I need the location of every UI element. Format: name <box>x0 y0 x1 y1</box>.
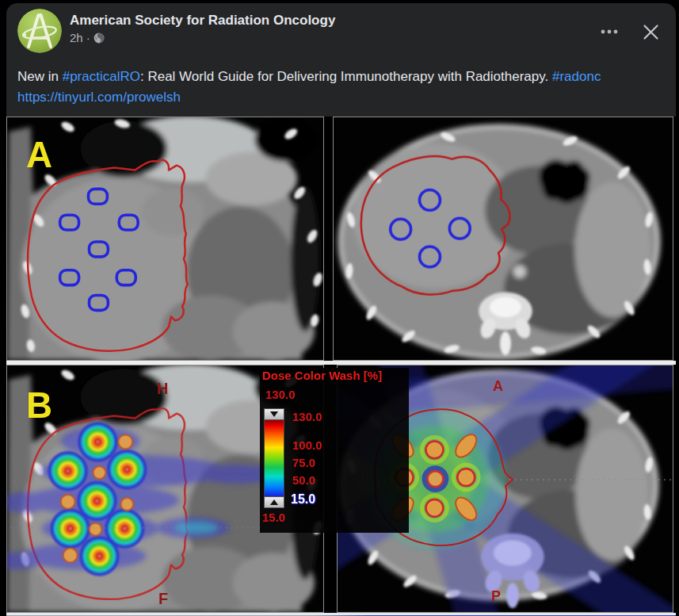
orientation-head: H <box>157 380 168 397</box>
post-link-url[interactable]: https://tinyurl.com/prowelsh <box>17 87 663 108</box>
panel-b-label: B <box>26 385 52 426</box>
post-text: New in #practicalRO: Real World Guide fo… <box>6 60 676 108</box>
colorbar-up-button[interactable] <box>264 496 284 508</box>
timestamp[interactable]: 2h <box>70 31 83 44</box>
panel-a-label: A <box>26 135 52 175</box>
more-options-button[interactable] <box>598 21 620 43</box>
legend-tick: 130.0 <box>292 410 322 423</box>
text-segment: New in <box>17 69 63 84</box>
header-actions <box>598 21 662 43</box>
triangle-up-icon <box>270 499 278 505</box>
post-image[interactable]: A <box>6 117 676 616</box>
colorbar-gradient <box>264 420 284 496</box>
legend-max-value: 130.0 <box>265 388 296 401</box>
colorbar-down-button[interactable] <box>264 408 284 420</box>
avatar[interactable] <box>17 9 62 53</box>
more-options-icon <box>601 29 618 34</box>
legend-min-slider-value: 15.0 <box>291 492 315 507</box>
dose-wash-mid <box>174 522 219 534</box>
legend-tick: 75.0 <box>292 456 315 469</box>
legend-tick: 50.0 <box>292 473 315 487</box>
legend-tick: 100.0 <box>292 438 322 452</box>
close-icon <box>643 24 659 40</box>
meta-separator: · <box>86 31 90 44</box>
facebook-post-card: American Society for Radiation Oncology … <box>6 3 676 616</box>
post-header: American Society for Radiation Oncology … <box>6 3 676 60</box>
post-meta: 2h · <box>70 31 335 44</box>
astro-logo <box>17 9 62 53</box>
ct-axial-markers-panel <box>333 117 673 361</box>
header-text: American Society for Radiation Oncology … <box>70 13 335 44</box>
globe-icon <box>93 33 105 44</box>
legend-min-value: 15.0 <box>262 511 285 524</box>
orientation-anterior: A <box>493 378 503 394</box>
close-button[interactable] <box>639 21 662 43</box>
text-segment: : Real World Guide for Delivering Immuno… <box>140 69 552 84</box>
dose-legend: Dose Color Wash [%] 130.0 130.0 100.0 75… <box>260 368 409 533</box>
ct-coronal-markers-panel: A <box>6 117 324 361</box>
orientation-feet: F <box>158 590 168 607</box>
hashtag-radonc[interactable]: #radonc <box>552 69 601 84</box>
orientation-posterior: P <box>491 588 501 604</box>
page-name[interactable]: American Society for Radiation Oncology <box>70 13 335 29</box>
triangle-down-icon <box>270 411 278 417</box>
hashtag-practicalRO[interactable]: #practicalRO <box>63 69 140 84</box>
legend-title: Dose Color Wash [%] <box>262 369 408 382</box>
legend-colorbar <box>264 408 284 508</box>
